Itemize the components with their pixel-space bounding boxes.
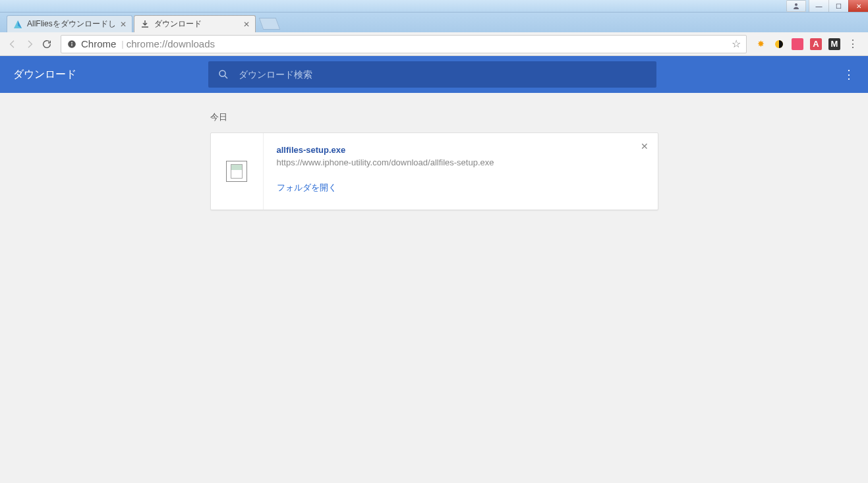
download-filename[interactable]: allfiles-setup.exe — [277, 145, 645, 155]
back-button[interactable] — [5, 37, 20, 51]
tab-downloads[interactable]: ダウンロード ✕ — [134, 15, 256, 32]
address-bar[interactable]: Chrome | chrome://downloads ☆ — [61, 35, 747, 53]
svg-point-2 — [71, 42, 72, 43]
url-origin: Chrome — [81, 38, 116, 49]
favicon-allflies-icon — [13, 19, 23, 30]
extension-icon-4[interactable]: A — [810, 38, 822, 50]
tab-strip: AllFliesをダウンロードし ✕ ダウンロード ✕ — [0, 13, 868, 32]
user-icon — [792, 2, 800, 10]
user-profile-button[interactable] — [786, 0, 806, 12]
extension-icon-5[interactable]: M — [828, 38, 840, 50]
search-icon — [217, 69, 229, 80]
bookmark-star-icon[interactable]: ☆ — [732, 38, 741, 50]
url-path: chrome://downloads — [127, 38, 215, 49]
new-tab-button[interactable] — [258, 18, 280, 30]
close-window-button[interactable]: ✕ — [848, 0, 868, 12]
tab-label: AllFliesをダウンロードし — [27, 18, 116, 30]
download-icon — [140, 19, 150, 30]
svg-rect-3 — [71, 43, 72, 46]
arrow-left-icon — [7, 39, 18, 49]
open-folder-link[interactable]: フォルダを開く — [277, 182, 645, 194]
extension-icons: ✸ A M ⋮ — [751, 38, 863, 50]
tab-label: ダウンロード — [154, 18, 239, 30]
remove-download-button[interactable]: ✕ — [641, 141, 649, 152]
svg-point-5 — [219, 71, 225, 76]
tab-allflies[interactable]: AllFliesをダウンロードし ✕ — [7, 15, 132, 32]
download-url[interactable]: https://www.iphone-utility.com/download/… — [277, 157, 645, 167]
extension-icon-3[interactable] — [792, 38, 803, 50]
download-info: allfiles-setup.exe https://www.iphone-ut… — [264, 133, 658, 210]
search-box[interactable] — [208, 61, 656, 88]
extension-icon-1[interactable]: ✸ — [755, 38, 767, 50]
search-input[interactable] — [239, 69, 647, 80]
reload-button[interactable] — [40, 37, 54, 51]
download-item: allfiles-setup.exe https://www.iphone-ut… — [210, 132, 658, 210]
close-icon[interactable]: ✕ — [120, 20, 127, 29]
browser-toolbar: Chrome | chrome://downloads ☆ ✸ A M ⋮ — [0, 32, 868, 56]
date-header: 今日 — [210, 111, 658, 123]
forward-button[interactable] — [22, 37, 37, 51]
svg-point-0 — [795, 3, 797, 6]
arrow-right-icon — [24, 39, 35, 49]
file-icon-container — [211, 133, 264, 210]
maximize-button[interactable]: ☐ — [828, 0, 848, 12]
page-title: ダウンロード — [13, 68, 76, 82]
window-titlebar: — ☐ ✕ — [0, 0, 868, 13]
reload-icon — [42, 39, 52, 49]
extension-icon-2[interactable] — [773, 38, 785, 50]
page-content: ダウンロード ⋮ 今日 allfiles-setup.exe https://w… — [0, 56, 868, 483]
file-icon — [226, 161, 247, 182]
downloads-header: ダウンロード ⋮ — [0, 56, 868, 93]
minimize-button[interactable]: — — [809, 0, 828, 12]
downloads-list: 今日 allfiles-setup.exe https://www.iphone… — [210, 93, 658, 210]
more-actions-button[interactable]: ⋮ — [843, 67, 855, 82]
chrome-menu-button[interactable]: ⋮ — [847, 38, 859, 50]
site-info-icon[interactable] — [67, 39, 77, 49]
close-icon[interactable]: ✕ — [243, 20, 250, 29]
